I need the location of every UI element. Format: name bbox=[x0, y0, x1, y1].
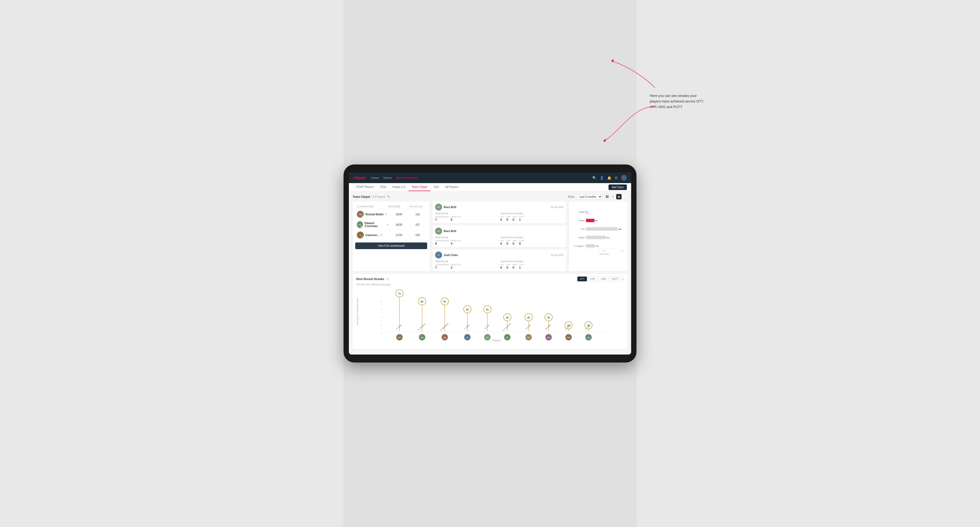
table-row: C 3 Cameron... ♥ 17/20 103 bbox=[355, 230, 427, 240]
svg-text:Pars: Pars bbox=[581, 228, 585, 230]
ott-3: 0 bbox=[500, 266, 504, 269]
filter-arg[interactable]: ARG bbox=[599, 276, 609, 281]
avatar-butler: RB 1 bbox=[357, 211, 364, 218]
period-select[interactable]: Last 3 months bbox=[577, 194, 602, 199]
card-name-britt-2: Rees Britt bbox=[444, 230, 456, 233]
svg-text:4x: 4x bbox=[506, 316, 509, 319]
bar-chart-svg: Eagles Birdies Pars Bogeys D. Bogeys + 3… bbox=[571, 204, 625, 260]
player-name-butler: Richard Butler bbox=[365, 213, 384, 216]
putt-2: 0 bbox=[519, 242, 524, 245]
tab-pgat[interactable]: PGAT Players bbox=[353, 183, 377, 191]
arg-2: 0 bbox=[513, 242, 517, 245]
callout-text: Here you can see streaks your players ha… bbox=[650, 93, 708, 110]
card-player-info-3: JC Josh Coles bbox=[435, 252, 458, 259]
svg-text:96: 96 bbox=[595, 220, 597, 222]
stat-practice-activities-2: Total Practice Activities OTT0 APP0 ARG0… bbox=[500, 236, 563, 245]
dot-plot-svg: 7 6 5 4 3 0 7x E. Ebert bbox=[356, 288, 624, 341]
player-cards-area: RB Rees Britt 02 Sep 2023 Total Rounds bbox=[433, 202, 566, 271]
streaks-section: Best Round Streaks ← OTT APP ARG PUTT ↓ … bbox=[353, 274, 627, 349]
tab-tour[interactable]: Tour bbox=[430, 183, 442, 191]
player-card-britt-1: RB Rees Britt 02 Sep 2023 Total Rounds bbox=[433, 202, 566, 223]
svg-rect-15 bbox=[586, 244, 595, 248]
svg-text:RB: RB bbox=[486, 337, 488, 338]
svg-text:7x: 7x bbox=[398, 292, 401, 295]
heart-icon-butler: ♥ bbox=[385, 213, 387, 216]
ott-value-1: 0 bbox=[500, 218, 504, 221]
sub-nav: PGAT Players PGA Hcaps 1-5 Team Clippd T… bbox=[349, 183, 631, 191]
svg-text:RB: RB bbox=[567, 337, 570, 338]
col-player-name: PLAYER NAME bbox=[357, 205, 388, 208]
svg-text:R. Britt: R. Britt bbox=[484, 324, 490, 330]
card-stats-1: Total Rounds Tournament 7 Practice bbox=[435, 212, 563, 221]
settings-icon[interactable]: ⚙ bbox=[615, 176, 618, 180]
grid-view-btn[interactable] bbox=[605, 194, 610, 199]
tab-team-clippd[interactable]: Team Clippd bbox=[409, 183, 430, 191]
practice-value-2: 4 bbox=[451, 242, 461, 245]
svg-text:J. Coles: J. Coles bbox=[464, 324, 470, 330]
edit-icon[interactable]: ✏️ bbox=[387, 195, 390, 198]
card-stats-2: Total Rounds Tournament 8 Practice bbox=[435, 236, 563, 245]
svg-text:E. Crossman: E. Crossman bbox=[502, 322, 511, 332]
svg-text:B. McHerg: B. McHerg bbox=[418, 323, 426, 331]
practice-3: 2 bbox=[451, 266, 461, 269]
svg-text:BM: BM bbox=[421, 337, 424, 338]
nav-teams[interactable]: Teams bbox=[383, 175, 392, 181]
stat-practice-3: Total Practice Activities OTT0 APP0 ARG0… bbox=[500, 260, 563, 269]
pb-score-crossman: 18/20 bbox=[388, 223, 410, 226]
top-nav: clippd Home Teams My Performance 🔍 👤 🔔 ⚙… bbox=[349, 173, 631, 183]
tab-pga[interactable]: PGA bbox=[377, 183, 389, 191]
filter-app[interactable]: APP bbox=[588, 276, 598, 281]
svg-rect-7 bbox=[586, 211, 587, 214]
svg-text:DF: DF bbox=[527, 337, 530, 338]
card-avatar-britt: RB bbox=[435, 204, 442, 211]
table-row: RB 1 Richard Butler ♥ 19/20 110 bbox=[355, 209, 427, 220]
stat-practice-activities: Total Practice Activities OTT 0 APP bbox=[500, 212, 563, 221]
svg-text:6: 6 bbox=[381, 300, 382, 303]
nav-my-performance[interactable]: My Performance bbox=[396, 175, 418, 181]
player-name-crossman: Edward Crossman bbox=[364, 222, 385, 227]
filter-putt[interactable]: PUTT bbox=[610, 276, 621, 281]
bar-chart-panel: Eagles Birdies Pars Bogeys D. Bogeys + 3… bbox=[569, 202, 627, 271]
list-view-btn[interactable]: ☰ bbox=[610, 194, 616, 199]
pb-avg-crossman: 107 bbox=[410, 223, 426, 226]
putt-3: 1 bbox=[519, 266, 524, 269]
streaks-arrow-right: ↓ bbox=[622, 276, 624, 281]
filter-ott[interactable]: OTT bbox=[578, 276, 587, 281]
options-btn[interactable]: ⋮ bbox=[622, 194, 627, 199]
svg-text:4x: 4x bbox=[527, 316, 530, 319]
practice-label-2: Practice bbox=[451, 240, 461, 242]
nav-home[interactable]: Home bbox=[371, 175, 379, 181]
svg-text:5: 5 bbox=[381, 308, 382, 311]
main-columns: PLAYER NAME PB SCORE PB AVG SQ RB 1 bbox=[353, 202, 627, 271]
svg-text:4: 4 bbox=[381, 316, 382, 319]
main-content: Team Clippd | 14 Players ✏️ Show Last 3 … bbox=[349, 191, 631, 354]
app-3: 0 bbox=[506, 266, 511, 269]
pb-avg-butler: 110 bbox=[410, 213, 426, 216]
bell-icon[interactable]: 🔔 bbox=[607, 176, 611, 180]
app-label: APP bbox=[506, 216, 511, 218]
arg-3: 0 bbox=[513, 266, 517, 269]
card-header-3: JC Josh Coles 26 Aug 2023 bbox=[435, 252, 563, 259]
dot-plot-container: Best Streak, Fairway Accuracy 7 6 bbox=[356, 288, 624, 346]
user-avatar-btn[interactable]: 👤 bbox=[621, 175, 627, 181]
svg-rect-13 bbox=[586, 236, 606, 239]
ott-2: 0 bbox=[500, 242, 504, 245]
card-view-btn[interactable]: ▦ bbox=[616, 194, 622, 199]
svg-marker-1 bbox=[611, 59, 614, 62]
svg-text:MM: MM bbox=[547, 337, 550, 338]
view-leaderboard-button[interactable]: View Full Leaderboard bbox=[355, 243, 427, 249]
add-team-button[interactable]: Add Team bbox=[609, 184, 627, 190]
nav-links: Home Teams My Performance bbox=[371, 175, 587, 181]
sub-nav-tabs: PGAT Players PGA Hcaps 1-5 Team Clippd T… bbox=[353, 183, 462, 191]
streaks-arrow-icon: ← bbox=[386, 276, 390, 281]
tab-all-players[interactable]: All Players bbox=[442, 183, 462, 191]
svg-text:JC: JC bbox=[466, 337, 469, 338]
user-icon[interactable]: 👤 bbox=[600, 176, 604, 180]
search-icon[interactable]: 🔍 bbox=[592, 176, 597, 180]
tab-hcaps[interactable]: Hcaps 1-5 bbox=[389, 183, 409, 191]
svg-text:311: 311 bbox=[607, 237, 610, 239]
player-name-cameron: Cameron... bbox=[365, 234, 379, 237]
table-row: EC 2 Edward Crossman ♥ 18/20 107 bbox=[355, 220, 427, 230]
svg-text:7: 7 bbox=[381, 292, 382, 295]
svg-text:EC: EC bbox=[506, 337, 509, 338]
